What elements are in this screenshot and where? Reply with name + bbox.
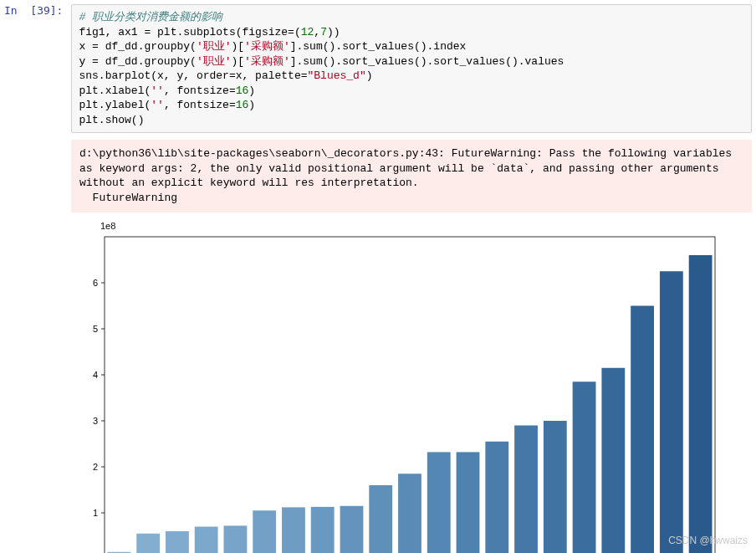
bar-chart: 012345689181319115101536216142012171704 <box>71 233 723 553</box>
bar <box>166 531 189 553</box>
chart-container: 1e8 012345689181319115101536216142012171… <box>71 221 723 553</box>
svg-text:6: 6 <box>93 278 98 288</box>
bar <box>427 452 451 553</box>
y-scale-label: 1e8 <box>100 221 723 231</box>
bar <box>311 506 335 553</box>
bar <box>282 507 305 553</box>
bar <box>573 381 596 553</box>
bar <box>631 305 654 553</box>
svg-text:4: 4 <box>93 370 98 380</box>
svg-text:3: 3 <box>93 416 98 426</box>
bar <box>689 255 713 553</box>
bar <box>660 271 683 553</box>
bar <box>457 452 480 553</box>
svg-text:5: 5 <box>93 324 98 334</box>
future-warning: d:\python36\lib\site-packages\seaborn\_d… <box>71 140 752 212</box>
bar <box>136 533 160 553</box>
bar <box>369 485 392 553</box>
code-cell: In [39]: # 职业分类对消费金额的影响 fig1, ax1 = plt.… <box>4 4 752 133</box>
bar <box>485 441 508 553</box>
bar <box>224 525 248 553</box>
svg-text:2: 2 <box>93 462 98 472</box>
code-input[interactable]: # 职业分类对消费金额的影响 fig1, ax1 = plt.subplots(… <box>71 4 752 133</box>
bar <box>195 526 218 553</box>
bar <box>253 510 276 553</box>
bar <box>601 367 625 553</box>
bar <box>514 425 538 553</box>
svg-text:1: 1 <box>93 508 98 518</box>
bar <box>340 505 364 553</box>
bar <box>398 474 421 553</box>
bar <box>544 421 567 553</box>
input-prompt: In [39]: <box>4 4 71 17</box>
output-area: d:\python36\lib\site-packages\seaborn\_d… <box>71 140 752 212</box>
watermark: CSDN @hwwaizs <box>668 535 748 546</box>
code-comment: # 职业分类对消费金额的影响 <box>79 11 222 23</box>
